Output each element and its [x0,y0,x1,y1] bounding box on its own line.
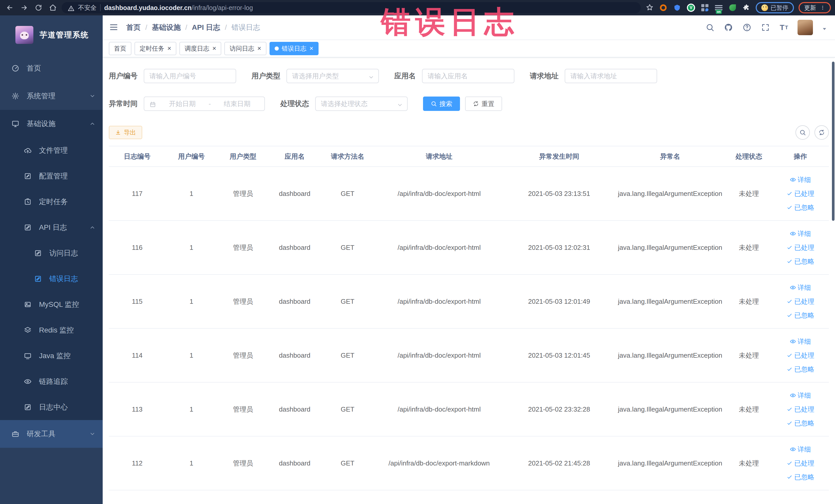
security-label: 不安全 [78,4,97,12]
cell-user-type: 管理员 [217,382,269,436]
detail-link[interactable]: 详细 [772,281,829,295]
detail-link[interactable]: 详细 [772,442,829,456]
view-tab[interactable]: 定时任务 [135,42,176,55]
detail-link[interactable]: 详细 [772,173,829,187]
close-icon[interactable] [309,45,313,52]
sidebar-item[interactable]: 基础设施 [0,110,103,138]
font-size-icon[interactable] [779,23,789,32]
reset-button[interactable]: 重置 [465,97,502,111]
mark-processed-link[interactable]: 已处理 [772,295,829,308]
end-date-placeholder[interactable]: 结束日期 [215,99,259,108]
back-icon[interactable] [4,2,15,13]
mark-ignored-link[interactable]: 已忽略 [772,362,829,376]
sidebar-item[interactable]: 定时任务 [0,189,103,215]
sidebar-item[interactable]: 文件管理 [0,138,103,163]
check-icon [787,190,793,197]
breadcrumb-item[interactable]: API 日志 [192,23,227,32]
extension-grid-icon[interactable] [700,3,710,12]
sidebar-item[interactable]: Java 监控 [0,343,103,369]
mark-processed-link[interactable]: 已处理 [772,187,829,201]
sidebar-item[interactable]: 错误日志 [0,266,103,292]
user-id-input[interactable] [144,69,236,83]
help-icon[interactable] [742,23,752,32]
mark-processed-link[interactable]: 已处理 [772,241,829,255]
extension-shield-icon[interactable] [673,3,682,12]
date-range-picker[interactable]: 开始日期 - 结束日期 [144,97,265,111]
column-header: 日志编号 [109,146,166,167]
search-icon[interactable] [705,23,715,32]
cell-request-url: /api/infra/db-doc/export-html [374,221,504,275]
extension-green-v-icon[interactable]: V [686,3,696,12]
app-name-input[interactable] [422,69,514,83]
start-date-placeholder[interactable]: 开始日期 [160,99,205,108]
process-status-select[interactable]: 请选择处理状态 [315,97,408,111]
close-icon[interactable] [212,45,216,52]
mark-ignored-link[interactable]: 已忽略 [772,308,829,322]
user-type-select[interactable]: 请选择用户类型 [286,69,379,83]
sidebar-item-label: 链路追踪 [39,377,96,386]
cell-user-type: 管理员 [217,328,269,382]
mark-processed-link[interactable]: 已处理 [772,456,829,470]
cell-status: 未处理 [726,382,772,436]
close-icon[interactable] [257,45,261,52]
sidebar-item[interactable]: Redis 监控 [0,317,103,343]
profile-paused-badge[interactable]: 已暂停 [756,2,794,13]
bookmark-star-icon[interactable] [646,4,654,12]
sidebar-item[interactable]: 系统管理 [0,82,103,110]
browser-menu-kebab-icon[interactable] [820,4,825,11]
filter-label: 用户编号 [109,71,138,81]
cell-actions: 详细 已处理 已忽略 [772,167,829,221]
breadcrumb-item[interactable]: 首页 [126,23,147,32]
cell-status: 未处理 [726,167,772,221]
mark-ignored-link[interactable]: 已忽略 [772,416,829,430]
browser-update-button[interactable]: 更新 [798,2,831,13]
fullscreen-icon[interactable] [760,23,770,32]
extension-leaf-icon[interactable] [728,3,737,12]
avatar-caret-down-icon[interactable] [822,24,828,31]
sidebar-item[interactable]: 访问日志 [0,240,103,266]
view-tab[interactable]: 错误日志 [269,42,319,55]
sidebar-item[interactable]: 日志中心 [0,395,103,420]
detail-link[interactable]: 详细 [772,335,829,348]
profile-emoji-avatar [761,4,768,11]
home-icon[interactable] [47,2,59,13]
sidebar-item[interactable]: API 日志 [0,215,103,240]
address-bar[interactable]: 不安全 dashboard.yudao.iocoder.cn/infra/log… [62,2,641,13]
sidebar-collapse-icon[interactable] [109,22,119,33]
check-icon [787,312,793,318]
sidebar-item[interactable]: 首页 [0,55,103,82]
chevron-icon [89,121,96,127]
view-tab[interactable]: 访问日志 [224,42,266,55]
github-icon[interactable] [724,23,733,32]
extension-orange-icon[interactable] [659,3,668,12]
sidebar-item[interactable]: MySQL 监控 [0,292,103,317]
reload-icon[interactable] [33,2,44,13]
view-tab[interactable]: 调度日志 [179,42,221,55]
mark-ignored-link[interactable]: 已忽略 [772,470,829,484]
forward-icon[interactable] [19,2,30,13]
export-button[interactable]: 导出 [109,126,142,139]
cell-method: GET [320,436,374,490]
sidebar-item[interactable]: 链路追踪 [0,369,103,395]
refresh-table-button[interactable] [814,125,829,140]
detail-link[interactable]: 详细 [772,388,829,402]
mark-processed-link[interactable]: 已处理 [772,402,829,416]
sidebar-item[interactable]: 研发工具 [0,420,103,448]
view-tab[interactable]: 首页 [109,42,131,55]
sidebar-item[interactable]: 配置管理 [0,163,103,189]
app-logo-row[interactable]: 芋道管理系统 [0,15,103,55]
detail-link[interactable]: 详细 [772,227,829,241]
mark-ignored-link[interactable]: 已忽略 [772,201,829,215]
search-button[interactable]: 搜索 [423,97,460,111]
request-url-input[interactable] [565,69,657,83]
mark-ignored-link[interactable]: 已忽略 [772,255,829,268]
mark-processed-link[interactable]: 已处理 [772,348,829,362]
breadcrumb-item[interactable]: 基础设施 [152,23,187,32]
page-scrollbar-thumb[interactable] [832,62,834,221]
extension-on-badge-icon[interactable]: on [714,3,724,12]
extensions-puzzle-icon[interactable] [742,3,751,12]
toggle-search-button[interactable] [795,125,810,140]
close-icon[interactable] [167,45,171,52]
tab-label: 调度日志 [185,44,209,53]
user-avatar[interactable] [797,20,813,35]
